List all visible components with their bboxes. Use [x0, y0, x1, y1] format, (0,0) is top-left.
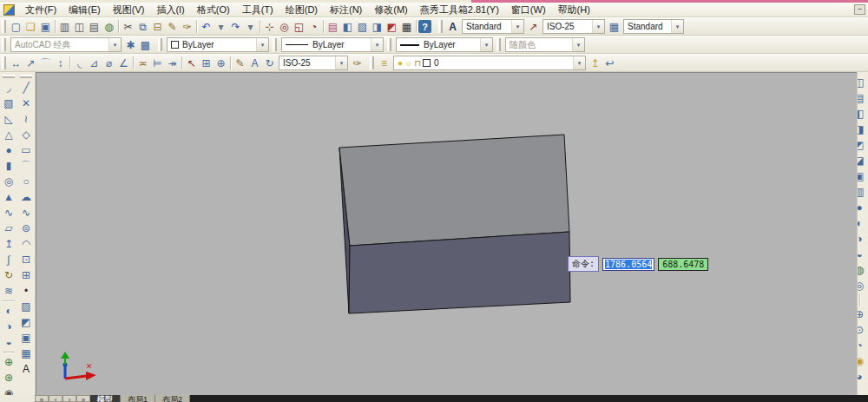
extrude-icon[interactable]: ↥ [1, 236, 16, 252]
pyramid-icon[interactable]: ▲ [1, 189, 16, 205]
pan-icon[interactable]: ⊹ [262, 19, 277, 34]
window-minimize-button[interactable]: − [854, 4, 865, 15]
dim-angular-icon[interactable]: ∠ [116, 56, 131, 70]
dim-diameter-icon[interactable]: ⌀ [102, 56, 116, 70]
toolbar-grip[interactable] [20, 75, 32, 78]
dim-style-combo[interactable]: ISO-25 ▾ [542, 19, 605, 34]
union-icon[interactable]: ◐ [1, 303, 16, 319]
cylinder-icon[interactable]: ▮ [1, 158, 16, 174]
coordinate-y-input[interactable]: 688.6478 [658, 258, 708, 271]
clipped-toolbar-icon[interactable]: ◨ [857, 122, 867, 137]
redo-icon[interactable]: ↷ [228, 19, 243, 34]
tab-nav-last[interactable]: » [76, 395, 90, 402]
dim-update-icon[interactable]: ↻ [262, 56, 277, 70]
open-icon[interactable]: ❏ [23, 19, 38, 34]
box-top-face[interactable] [339, 135, 569, 246]
chevron-down-icon[interactable]: ▾ [511, 20, 523, 33]
toolbar-grip[interactable] [370, 56, 374, 69]
make-object-layer-current-icon[interactable]: ↥ [588, 56, 602, 70]
redo-dropdown-icon[interactable]: ▾ [243, 19, 258, 34]
table-style-icon[interactable]: ▦ [607, 19, 621, 34]
toolbar-grip[interactable] [438, 20, 443, 33]
toolbar-grip[interactable] [273, 38, 277, 51]
menu-file[interactable]: 文件(F) [19, 3, 62, 17]
mtext-icon[interactable]: A [18, 361, 34, 377]
layer-on-icon[interactable]: ● [398, 58, 403, 68]
insert-block-icon[interactable]: ⊡ [18, 252, 34, 267]
region-icon[interactable]: ▣ [18, 330, 34, 346]
chevron-down-icon[interactable]: ▾ [335, 56, 347, 69]
menu-edit[interactable]: 编辑(E) [62, 3, 107, 17]
quick-dimension-icon[interactable]: ≍ [135, 56, 150, 70]
clipped-toolbar-icon[interactable]: ● [857, 200, 867, 215]
cut-icon[interactable]: ✂ [121, 19, 135, 34]
chevron-down-icon[interactable]: ▾ [256, 38, 268, 51]
menu-insert[interactable]: 插入(I) [150, 3, 190, 17]
designcenter-icon[interactable]: ◧ [340, 19, 355, 34]
revcloud-icon[interactable]: ☁ [18, 189, 34, 205]
zoom-window-icon[interactable]: ◱ [292, 19, 306, 34]
spline-icon[interactable]: ∿ [18, 205, 34, 221]
plot-style-combo[interactable]: 随颜色 ▾ [505, 37, 585, 52]
help-icon[interactable]: ? [418, 20, 431, 33]
chevron-down-icon[interactable]: ▾ [671, 20, 683, 33]
menu-format[interactable]: 格式(O) [191, 3, 236, 17]
my-workspace-icon[interactable]: ▩ [138, 37, 153, 52]
clipped-toolbar-icon[interactable]: ⊕ [857, 306, 867, 322]
torus-icon[interactable]: ◎ [1, 174, 16, 189]
plot-icon[interactable]: ▥ [57, 19, 72, 34]
menu-window[interactable]: 窗口(W) [505, 3, 552, 17]
workspace-combo[interactable]: AutoCAD 经典 ▾ [10, 37, 122, 52]
chevron-down-icon[interactable]: ▾ [480, 38, 492, 51]
menu-tools[interactable]: 工具(T) [236, 3, 279, 17]
construction-line-icon[interactable]: ✕ [18, 96, 34, 111]
clipped-toolbar-icon[interactable]: ◕ [857, 369, 867, 385]
tab-nav-prev[interactable]: ‹ [49, 395, 62, 402]
tab-layout2[interactable]: 布局2 [155, 395, 190, 402]
point-icon[interactable]: • [18, 283, 34, 299]
layer-freeze-icon[interactable]: ☼ [404, 58, 412, 68]
free-orbit-icon[interactable]: ⊛ [1, 370, 16, 386]
ellipse-icon[interactable]: ⊜ [18, 221, 34, 236]
clipped-toolbar-icon[interactable]: ◩ [857, 137, 867, 153]
toolbar-grip[interactable] [387, 38, 391, 51]
publish-icon[interactable]: ▤ [87, 19, 102, 34]
undo-icon[interactable]: ↶ [199, 19, 214, 34]
subtract-icon[interactable]: ◑ [1, 319, 16, 334]
sphere-icon[interactable]: ● [1, 142, 16, 158]
dim-ordinate-icon[interactable]: ↕ [53, 56, 68, 70]
clipped-toolbar-icon[interactable]: ◧ [857, 106, 867, 122]
zoom-previous-icon[interactable]: ◔ [306, 19, 321, 34]
dim-radius-icon[interactable]: ◟ [72, 56, 87, 70]
save-icon[interactable]: ▣ [38, 19, 53, 34]
clipped-toolbar-icon[interactable]: ◑ [857, 231, 867, 247]
ellipse-arc-icon[interactable]: ◠ [18, 236, 34, 252]
new-icon[interactable]: ▢ [9, 19, 23, 34]
drawing-canvas[interactable]: ✕ 命令: 1786.0564 688.6478 [36, 72, 857, 395]
gradient-icon[interactable]: ◩ [18, 314, 34, 330]
orbit-3d-icon[interactable]: ⊕ [1, 354, 16, 370]
chevron-down-icon[interactable]: ▾ [572, 38, 584, 51]
plot-preview-icon[interactable]: ◫ [72, 19, 87, 34]
line-icon[interactable]: ╱ [18, 80, 34, 96]
copy-icon[interactable]: ⧉ [135, 19, 150, 34]
paste-icon[interactable]: ⊟ [150, 19, 165, 34]
lineweight-combo[interactable]: ByLayer ▾ [396, 37, 493, 52]
wedge-icon[interactable]: ◺ [1, 111, 16, 127]
clipped-toolbar-icon[interactable]: ◎ [857, 278, 867, 293]
match-properties-icon[interactable]: ✑ [180, 19, 194, 34]
zoom-realtime-icon[interactable]: ◎ [277, 19, 292, 34]
tab-nav-next[interactable]: › [62, 395, 76, 402]
intersect-icon[interactable]: ◒ [1, 334, 16, 350]
menu-modify[interactable]: 修改(M) [368, 3, 414, 17]
tab-model[interactable]: 模型 [90, 395, 121, 402]
loft-icon[interactable]: ≋ [1, 283, 16, 299]
clipped-toolbar-icon[interactable]: ◐ [857, 215, 867, 231]
undo-dropdown-icon[interactable]: ▾ [214, 19, 228, 34]
box-icon[interactable]: ▧ [1, 96, 16, 111]
polyline-icon[interactable]: ≀ [18, 111, 34, 127]
menu-help[interactable]: 帮助(H) [552, 3, 596, 17]
table-icon[interactable]: ▦ [18, 346, 34, 361]
toolbar-grip[interactable] [2, 38, 6, 51]
properties-icon[interactable]: ▤ [326, 19, 340, 34]
